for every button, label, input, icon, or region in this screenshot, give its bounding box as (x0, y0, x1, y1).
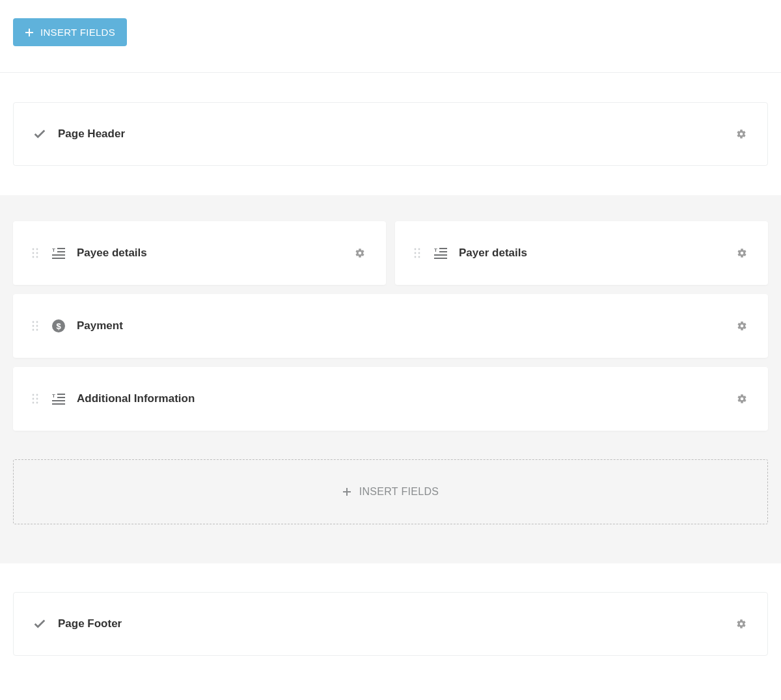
body-row-payment: $ Payment (13, 294, 768, 358)
plus-icon (25, 28, 34, 37)
payee-settings-button[interactable] (352, 245, 368, 261)
payee-details-title: Payee details (77, 247, 147, 260)
svg-point-29 (36, 329, 38, 331)
body-row-two: T Payee details (13, 221, 768, 285)
svg-point-27 (36, 325, 38, 327)
text-block-icon: T (51, 245, 66, 261)
payment-title: Payment (77, 319, 123, 332)
svg-point-33 (36, 398, 38, 400)
gear-icon (737, 321, 747, 331)
page-footer-card[interactable]: Page Footer (13, 592, 768, 656)
footer-section: Page Footer (0, 563, 781, 699)
drag-handle-icon[interactable] (31, 247, 39, 259)
svg-point-32 (33, 398, 34, 400)
body-row-additional: T Additional Information (13, 367, 768, 431)
check-icon (32, 616, 48, 632)
additional-info-card[interactable]: T Additional Information (13, 367, 768, 431)
svg-point-31 (36, 394, 38, 396)
drag-handle-icon[interactable] (31, 393, 39, 405)
svg-point-16 (418, 252, 420, 254)
svg-point-25 (36, 321, 38, 323)
gear-icon (737, 394, 747, 404)
svg-point-15 (415, 252, 417, 254)
insert-fields-label: INSERT FIELDS (40, 27, 115, 38)
header-section: Page Header (0, 73, 781, 195)
additional-info-title: Additional Information (77, 392, 195, 405)
drag-handle-icon[interactable] (31, 320, 39, 332)
payment-settings-button[interactable] (734, 318, 750, 334)
page-header-settings-button[interactable] (733, 126, 749, 142)
svg-text:T: T (52, 393, 55, 399)
text-block-icon: T (51, 391, 66, 407)
payer-settings-button[interactable] (734, 245, 750, 261)
insert-fields-dropzone[interactable]: INSERT FIELDS (13, 459, 768, 524)
svg-point-6 (33, 256, 34, 258)
svg-point-13 (415, 249, 417, 250)
svg-text:T: T (434, 247, 437, 253)
gear-icon (355, 248, 365, 258)
payment-card[interactable]: $ Payment (13, 294, 768, 358)
additional-settings-button[interactable] (734, 391, 750, 407)
check-icon (32, 126, 48, 142)
payee-details-card[interactable]: T Payee details (13, 221, 386, 285)
svg-point-14 (418, 249, 420, 250)
svg-point-26 (33, 325, 34, 327)
gear-icon (736, 619, 747, 629)
gear-icon (737, 248, 747, 258)
page-footer-settings-button[interactable] (733, 616, 749, 632)
svg-point-34 (33, 402, 34, 404)
payer-details-title: Payer details (459, 247, 527, 260)
drag-handle-icon[interactable] (413, 247, 421, 259)
svg-point-35 (36, 402, 38, 404)
svg-point-30 (33, 394, 34, 396)
svg-point-7 (36, 256, 38, 258)
insert-fields-dropzone-label: INSERT FIELDS (359, 486, 439, 498)
svg-point-24 (33, 321, 34, 323)
body-section: T Payee details (0, 195, 781, 563)
page-header-title: Page Header (58, 128, 125, 141)
gear-icon (736, 129, 747, 139)
svg-point-18 (418, 256, 420, 258)
top-toolbar: INSERT FIELDS (0, 0, 781, 73)
svg-point-28 (33, 329, 34, 331)
page-footer-title: Page Footer (58, 617, 122, 630)
svg-point-5 (36, 252, 38, 254)
svg-point-3 (36, 249, 38, 250)
svg-point-2 (33, 249, 34, 250)
svg-text:T: T (52, 247, 55, 253)
insert-fields-button[interactable]: INSERT FIELDS (13, 18, 127, 46)
dollar-icon: $ (51, 318, 66, 334)
text-block-icon: T (433, 245, 448, 261)
svg-point-4 (33, 252, 34, 254)
page-header-card[interactable]: Page Header (13, 102, 768, 166)
plus-icon (342, 487, 351, 496)
payer-details-card[interactable]: T Payer details (395, 221, 768, 285)
svg-point-17 (415, 256, 417, 258)
